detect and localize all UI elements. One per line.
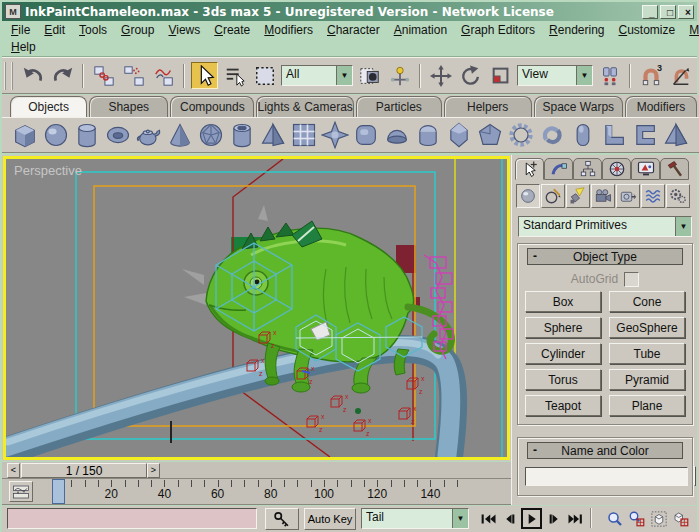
menu-animation[interactable]: Animation [387, 22, 454, 38]
modify-tab[interactable] [544, 158, 573, 180]
menu-character[interactable]: Character [320, 22, 387, 38]
cone-create-button[interactable]: Cone [609, 291, 685, 312]
window-crossing-icon[interactable] [356, 62, 383, 89]
zoom-extents-all-button[interactable] [670, 508, 691, 529]
menu-help[interactable]: Help [4, 39, 43, 55]
close-button[interactable]: × [678, 5, 694, 19]
torus-knot-primitive-button[interactable] [537, 119, 567, 151]
angle-snap-toggle-icon[interactable] [667, 62, 694, 89]
title-bar[interactable]: M InkPaintChameleon.max - 3ds max 5 - Un… [2, 2, 697, 21]
create-tab[interactable] [515, 158, 544, 180]
chevron-down-icon[interactable]: ▼ [675, 217, 691, 236]
menu-group[interactable]: Group [114, 22, 161, 38]
pyramid-create-button[interactable]: Pyramid [609, 369, 685, 390]
menu-tools[interactable]: Tools [72, 22, 114, 38]
zoom-all-button[interactable] [626, 508, 647, 529]
viewport-label[interactable]: Perspective [14, 163, 82, 178]
zoom-extents-button[interactable] [648, 508, 669, 529]
snap-toggle-icon[interactable]: 3 [637, 62, 664, 89]
oiltank-primitive-button[interactable] [413, 119, 443, 151]
menu-maxscript[interactable]: MAXScript [682, 22, 699, 38]
tab-helpers[interactable]: Helpers [444, 96, 532, 117]
bind-to-space-warp-icon[interactable] [150, 62, 177, 89]
select-and-scale-icon[interactable] [487, 62, 514, 89]
select-and-rotate-icon[interactable] [457, 62, 484, 89]
motion-tab[interactable] [602, 158, 631, 180]
time-slider-thumb[interactable]: 1 / 150 [21, 463, 147, 478]
c-ext-primitive-button[interactable] [630, 119, 660, 151]
tube-primitive-button[interactable] [227, 119, 257, 151]
auto-key-button[interactable]: Auto Key [304, 508, 356, 530]
reference-coordinate-dropdown[interactable]: View▼ [517, 65, 593, 86]
unlink-selection-icon[interactable] [120, 62, 147, 89]
tab-space-warps[interactable]: Space Warps [534, 96, 623, 117]
menu-edit[interactable]: Edit [37, 22, 72, 38]
box-create-button[interactable]: Box [525, 291, 601, 312]
tab-modifiers[interactable]: Modifiers [625, 96, 697, 117]
object-name-field[interactable] [525, 467, 688, 486]
l-ext-primitive-button[interactable] [599, 119, 629, 151]
torus-primitive-button[interactable] [103, 119, 133, 151]
viewport-canvas[interactable]: xzxzxzxzxzxzxzxz [6, 159, 507, 457]
menu-views[interactable]: Views [161, 22, 207, 38]
next-frame-button[interactable] [543, 508, 564, 529]
zoom-button[interactable] [604, 508, 625, 529]
object-type-rollout-header[interactable]: - Object Type [527, 248, 683, 265]
object-color-swatch[interactable] [694, 466, 696, 486]
hierarchy-tab[interactable] [573, 158, 602, 180]
systems-category[interactable] [666, 184, 690, 208]
prompt-line[interactable] [7, 508, 257, 529]
pyramid-primitive-button[interactable] [258, 119, 288, 151]
sphere-create-button[interactable]: Sphere [525, 317, 601, 338]
minimize-button[interactable]: _ [642, 5, 658, 19]
plane-primitive-button[interactable] [289, 119, 319, 151]
cameras-category[interactable] [591, 184, 615, 208]
menu-rendering[interactable]: Rendering [542, 22, 611, 38]
perspective-viewport[interactable]: Perspective [3, 156, 510, 460]
go-to-end-button[interactable] [565, 508, 586, 529]
lights-category[interactable] [566, 184, 590, 208]
display-tab[interactable] [631, 158, 660, 180]
chevron-down-icon[interactable]: ▼ [452, 509, 468, 528]
select-and-link-icon[interactable] [90, 62, 117, 89]
geosphere-create-button[interactable]: GeoSphere [609, 317, 685, 338]
track-bar[interactable]: 020406080100120140 [2, 479, 511, 505]
geometry-category[interactable] [516, 184, 540, 208]
previous-frame-button[interactable] [499, 508, 520, 529]
helpers-category[interactable] [616, 184, 640, 208]
previous-frame-arrow[interactable]: < [7, 463, 20, 478]
box-primitive-button[interactable] [10, 119, 40, 151]
redo-icon[interactable] [49, 62, 76, 89]
select-and-move-icon[interactable] [427, 62, 454, 89]
maximize-button[interactable]: □ [660, 5, 676, 19]
subcategory-dropdown[interactable]: Standard Primitives ▼ [518, 216, 692, 237]
undo-icon[interactable] [19, 62, 46, 89]
open-mini-curve-editor-button[interactable] [9, 481, 33, 502]
go-to-start-button[interactable] [477, 508, 498, 529]
tab-particles[interactable]: Particles [356, 96, 442, 117]
select-by-name-icon[interactable] [221, 62, 248, 89]
select-object-icon[interactable] [191, 62, 218, 89]
menu-customize[interactable]: Customize [612, 22, 683, 38]
toolbar-grip[interactable] [4, 62, 13, 90]
set-key-button[interactable] [265, 508, 299, 530]
sphere-primitive-button[interactable] [41, 119, 71, 151]
chamfer-box-primitive-button[interactable] [351, 119, 381, 151]
collapse-icon[interactable]: - [533, 443, 537, 457]
menu-graph-editors[interactable]: Graph Editors [454, 22, 542, 38]
select-and-manipulate-icon[interactable] [386, 62, 413, 89]
track-bar-ruler[interactable]: 020406080100120140 [36, 479, 506, 504]
play-button[interactable] [521, 508, 542, 529]
key-filter-dropdown[interactable]: Tail ▼ [361, 508, 469, 529]
selection-filter-dropdown[interactable]: All▼ [281, 65, 353, 86]
torus-create-button[interactable]: Torus [525, 369, 601, 390]
utilities-tab[interactable] [660, 158, 689, 180]
capsule-primitive-button[interactable] [568, 119, 598, 151]
prism-primitive-button[interactable] [661, 119, 691, 151]
tab-lights-cameras[interactable]: Lights & Cameras [256, 96, 353, 117]
chamfer-cylinder-primitive-button[interactable] [382, 119, 412, 151]
space-warps-category[interactable] [641, 184, 665, 208]
spindle-primitive-button[interactable] [444, 119, 474, 151]
tab-compounds[interactable]: Compounds [170, 96, 254, 117]
chevron-down-icon[interactable]: ▼ [336, 66, 352, 85]
